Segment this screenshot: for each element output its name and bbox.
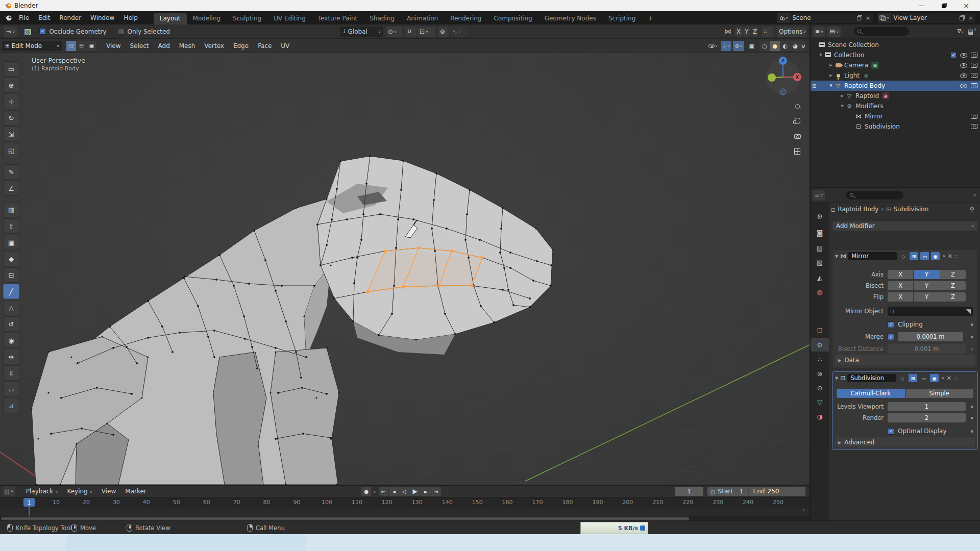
workspace-tab[interactable]: Geometry Nodes	[538, 13, 602, 24]
tool-button-cursor[interactable]: ⊕	[3, 78, 19, 93]
add-modifier-button[interactable]: Add Modifier∨	[832, 221, 978, 231]
frame-tick-label[interactable]: 240	[741, 499, 756, 506]
tab-tool[interactable]: ⚙	[811, 210, 829, 223]
workspace-tab[interactable]: Rendering	[444, 13, 487, 24]
jump-to-end-button[interactable]: ⇥	[431, 487, 441, 496]
occlude-geometry-checkbox[interactable]	[39, 28, 46, 35]
timeline-ruler[interactable]: 1102030405060708090100110120130140150160…	[0, 497, 810, 508]
tool-button-spin[interactable]: ↺	[3, 316, 19, 332]
menu-item[interactable]: Render	[55, 12, 86, 23]
current-frame-indicator[interactable]: 1	[23, 498, 35, 507]
mirror-render-toggle[interactable]: ◉	[931, 252, 940, 260]
bisect-z-button[interactable]: Z	[940, 281, 966, 290]
pivot-point-dropdown[interactable]: ⊙∨	[386, 27, 402, 37]
view-layer-selector[interactable]: ∨ View Layer ×	[878, 13, 975, 23]
viewport-menu-item[interactable]: View	[102, 40, 125, 52]
menu-item[interactable]: Window	[86, 12, 119, 23]
tab-modifiers[interactable]: ⚙	[811, 338, 829, 352]
frame-tick-label[interactable]: 140	[439, 499, 455, 506]
outliner-row-subdivision[interactable]: ⊡ Subdivision	[811, 121, 980, 132]
disable-render-icon[interactable]	[971, 63, 977, 68]
bisect-distance-field[interactable]: 0.001 m	[888, 344, 966, 354]
3d-viewport[interactable]: User Perspective (1) Raptoid Body ▭⊕⊹↻⇲◱…	[0, 53, 810, 485]
timeline-menu[interactable]: Playback∨	[21, 486, 63, 497]
proportional-falloff-dropdown[interactable]: ∿∨	[450, 27, 468, 37]
new-collection-icon[interactable]: ▤+	[968, 28, 977, 35]
workspace-tab[interactable]: Shading	[363, 13, 401, 24]
stopwatch-icon[interactable]: ◷	[710, 488, 716, 495]
tool-button-smooth[interactable]: ◉	[3, 333, 19, 348]
collection-checkbox[interactable]	[950, 52, 957, 58]
tab-output[interactable]: ▤	[811, 241, 829, 255]
tool-button-bevel[interactable]: ◆	[3, 251, 19, 266]
tool-button-add-cube[interactable]: ▦	[3, 202, 19, 217]
frame-tick-label[interactable]: 120	[379, 499, 395, 506]
viewport-menu-item[interactable]: Vertex	[200, 40, 229, 52]
minimize-button[interactable]: —	[914, 0, 929, 11]
tool-button-move[interactable]: ⊹	[3, 94, 19, 109]
gizmo-y-axis[interactable]	[768, 73, 776, 82]
flip-z-button[interactable]: Z	[940, 292, 966, 302]
mirror-extras-dropdown[interactable]: ∨	[942, 254, 946, 258]
snap-target-dropdown[interactable]: ⊡∨	[418, 27, 435, 37]
frame-tick-label[interactable]: 20	[79, 499, 94, 506]
frame-tick-label[interactable]: 40	[139, 499, 154, 506]
gizmo-neg-z-axis[interactable]	[780, 89, 786, 95]
outliner-row-camera[interactable]: ▶ Camera ▣	[811, 60, 980, 70]
advanced-subpanel-header[interactable]: ▶Advanced	[835, 437, 975, 447]
vertex-select-mode-button[interactable]: ⊡	[66, 41, 76, 51]
frame-tick-label[interactable]: 60	[199, 499, 214, 506]
outliner-filter-icon[interactable]: ∇∨	[957, 28, 963, 35]
properties-editor-type-dropdown[interactable]: ≡∨	[813, 190, 825, 201]
tab-object-data[interactable]: ▽	[811, 395, 829, 409]
restore-button[interactable]	[937, 0, 952, 11]
tool-button-transform[interactable]: ◱	[3, 143, 19, 158]
render-levels-field[interactable]: 2	[888, 413, 966, 422]
subdivision-render-toggle[interactable]: ◉	[930, 374, 939, 382]
new-scene-icon[interactable]	[857, 15, 862, 20]
auto-keying-toggle[interactable]: ●	[361, 487, 371, 496]
merge-keyframe-dot[interactable]	[971, 336, 973, 338]
face-select-mode-button[interactable]: ▣	[87, 41, 96, 51]
frame-tick-label[interactable]: 130	[409, 499, 425, 506]
tool-button-edge-slide[interactable]: ⇹	[3, 349, 19, 364]
tool-button-measure[interactable]: ∠	[3, 181, 19, 196]
bisect-distance-keyframe-dot[interactable]	[971, 348, 973, 350]
optimal-keyframe-dot[interactable]	[971, 430, 973, 433]
subdivision-editmode-toggle[interactable]: ⊞	[909, 374, 917, 382]
show-object-types-dropdown[interactable]: ∨	[707, 41, 719, 51]
frame-tick-label[interactable]: 160	[500, 499, 515, 506]
viewport-menu-item[interactable]: Edge	[229, 40, 253, 52]
mirror-viewport-toggle[interactable]: ▭	[920, 252, 929, 260]
subdivision-viewport-toggle[interactable]: ▭	[919, 374, 928, 382]
gizmos-dropdown[interactable]: ⊹∨	[721, 41, 731, 51]
edge-select-mode-button[interactable]: ⊟	[77, 41, 86, 51]
axis-y-button[interactable]: Y	[914, 270, 939, 279]
menu-item[interactable]: Help	[119, 12, 142, 23]
frame-tick-label[interactable]: 90	[289, 499, 305, 506]
toggle-ortho-control[interactable]	[792, 146, 802, 157]
tab-particles[interactable]: ∴	[811, 353, 829, 366]
breadcrumb-object[interactable]: Raptoid Body	[838, 206, 878, 213]
outliner-row-mirror[interactable]: ⋈ Mirror	[811, 111, 980, 121]
os-taskbar[interactable]	[0, 534, 980, 551]
frame-tick-label[interactable]: 210	[650, 499, 666, 506]
snapping-options-icon[interactable]: ∴	[762, 27, 773, 37]
flip-y-button[interactable]: Y	[914, 292, 939, 302]
mirror-close-icon[interactable]: ×	[947, 253, 952, 260]
transform-orientation-dropdown[interactable]: ⊥Global∨	[340, 27, 383, 37]
disclosure-closed-icon[interactable]: ▶	[828, 63, 834, 67]
frame-tick-label[interactable]: 150	[470, 499, 485, 506]
shading-material-button[interactable]: ◐	[780, 41, 790, 51]
drag-handle-icon[interactable]: ∷	[954, 254, 958, 259]
timeline-menu[interactable]: View	[97, 486, 120, 497]
viewport-menu-item[interactable]: UV	[276, 40, 294, 52]
outliner-row-scene-collection[interactable]: Scene Collection	[811, 40, 980, 50]
workspace-tab[interactable]: Animation	[401, 13, 444, 24]
tool-button-scale[interactable]: ⇲	[3, 127, 19, 142]
frame-tick-label[interactable]: 250	[771, 499, 786, 506]
camera-view-control[interactable]	[792, 131, 802, 141]
frame-tick-label[interactable]: 230	[710, 499, 726, 506]
merge-value-field[interactable]: 0.0001 m	[898, 332, 963, 341]
workspace-tab[interactable]: Modeling	[187, 13, 227, 24]
